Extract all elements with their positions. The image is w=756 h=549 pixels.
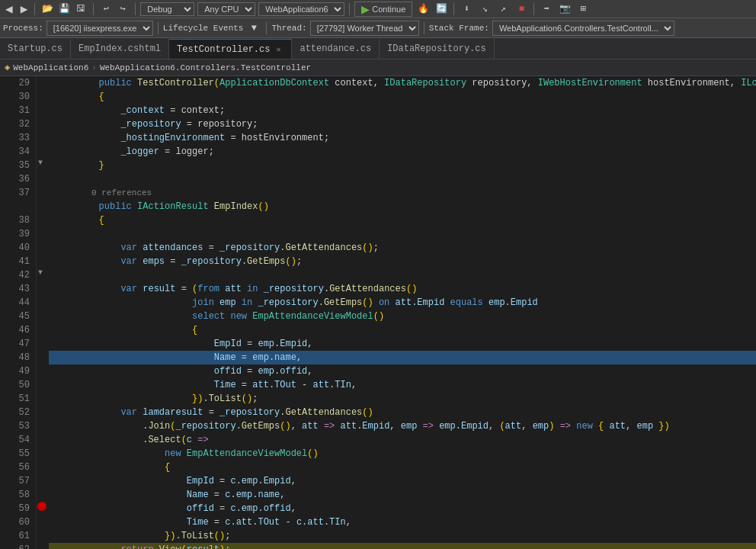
stop-icon[interactable]: ■ (514, 2, 529, 16)
lifecycle-label: Lifecycle Events (163, 24, 244, 33)
tab-empindex[interactable]: EmpIndex.cshtml (71, 39, 169, 59)
tab-attendance-label: attendance.cs (300, 43, 371, 54)
code-line-48: Name = emp.name, (49, 351, 756, 364)
nav-back-button[interactable]: ◀ (3, 2, 15, 17)
separator-proc (158, 22, 159, 34)
code-line-55: new EmpAttendanceViewModel() (49, 447, 756, 461)
ln-33: 33 (6, 131, 30, 145)
code-line-29: public TestController(ApplicationDbConte… (49, 76, 756, 90)
separator-stack (424, 22, 424, 34)
ln-40: 40 (6, 241, 30, 255)
ln-38: 38 (6, 214, 30, 227)
continue-button[interactable]: ▶ Continue (354, 2, 412, 17)
undo-icon[interactable]: ↩ (98, 2, 114, 16)
separator-6 (533, 3, 534, 15)
filter-icon[interactable]: ▼ (246, 21, 261, 35)
step-into-icon[interactable]: ↘ (477, 2, 492, 16)
tab-empindex-label: EmpIndex.cshtml (78, 43, 161, 54)
breadcrumb-class[interactable]: WebApplication6.Controllers.TestControll… (100, 63, 311, 72)
project-dropdown[interactable]: WebApplication6 (258, 2, 344, 16)
ln-34: 34 (6, 145, 30, 159)
ln-60: 60 (6, 515, 30, 529)
code-line-50: Time = att.TOut - att.TIn, (49, 378, 756, 392)
fire-icon[interactable]: 🔥 (415, 2, 431, 16)
ln-30: 30 (6, 90, 30, 104)
ln-37: 37 (6, 186, 30, 214)
tab-startup-label: Startup.cs (8, 43, 62, 54)
code-line-36 (49, 172, 756, 186)
ln-46: 46 (6, 323, 30, 337)
process-dropdown[interactable]: [16620] iisexpress.exe (46, 21, 153, 36)
step-out-icon[interactable]: ↗ (495, 2, 511, 16)
separator-2 (93, 3, 94, 15)
gutter: ▼ ▼ (37, 76, 49, 549)
code-line-44: join emp in _repository.GetEmps() on att… (49, 296, 756, 310)
ln-52: 52 (6, 406, 30, 419)
code-line-51: }).ToList(); (49, 392, 756, 406)
tab-testcontroller-close[interactable]: ✕ (273, 44, 284, 55)
separator-1 (34, 3, 35, 15)
code-line-37: public IActionResult EmpIndex() (49, 200, 756, 214)
separator-3 (135, 3, 136, 15)
code-content[interactable]: public TestController(ApplicationDbConte… (49, 76, 756, 549)
code-line-59: offid = c.emp.offid, (49, 502, 756, 515)
editor-scroll[interactable]: 29 30 31 32 33 34 35 36 37 38 39 40 41 4… (0, 76, 756, 549)
separator-thread (266, 22, 267, 34)
ln-62: 62 (6, 543, 30, 549)
undo-redo-icons: ↩ ↪ (98, 2, 130, 16)
tab-idatarepository[interactable]: IDataRepository.cs (380, 39, 495, 59)
ln-57: 57 (6, 474, 30, 488)
stack-frame-dropdown[interactable]: WebApplication6.Controllers.TestControll… (492, 21, 674, 36)
code-line-38: { (49, 214, 756, 227)
solution-label[interactable]: WebApplication6 (13, 63, 88, 72)
code-line-39 (49, 227, 756, 241)
ln-35: 35 (6, 159, 30, 172)
forward-nav-icon[interactable]: ➡ (539, 2, 554, 16)
breadcrumb-sep1: › (91, 63, 97, 72)
ln-45: 45 (6, 310, 30, 323)
code-line-41: var emps = _repository.GetEmps(); (49, 255, 756, 268)
save-icon[interactable]: 💾 (56, 2, 72, 16)
code-line-54: .Select(c => (49, 433, 756, 447)
line-numbers: 29 30 31 32 33 34 35 36 37 38 39 40 41 4… (0, 76, 37, 549)
tab-testcontroller[interactable]: TestController.cs ✕ (169, 39, 292, 59)
redo-icon[interactable]: ↪ (115, 2, 130, 16)
code-line-52: var lamdaresult = _repository.GetAttenda… (49, 406, 756, 419)
code-line-34: _logger = logger; (49, 145, 756, 159)
solution-bar: ◈ WebApplication6 › WebApplication6.Cont… (0, 59, 756, 76)
open-file-icon[interactable]: 📂 (40, 2, 55, 16)
ln-32: 32 (6, 117, 30, 131)
cpu-dropdown[interactable]: Any CPU x86 x64 (197, 2, 255, 16)
code-area: 29 30 31 32 33 34 35 36 37 38 39 40 41 4… (0, 76, 756, 549)
breakpoint-62[interactable] (37, 502, 46, 511)
nav-fwd-button[interactable]: ▶ (18, 2, 30, 17)
ln-49: 49 (6, 364, 30, 378)
code-line-58: Name = c.emp.name, (49, 488, 756, 502)
restart-icon[interactable]: 🔄 (434, 2, 449, 16)
code-line-45: select new EmpAttendanceViewModel() (49, 310, 756, 323)
camera-icon[interactable]: 📷 (557, 2, 572, 16)
ln-54: 54 (6, 433, 30, 447)
code-line-43: var result = (from att in _repository.Ge… (49, 282, 756, 296)
process-bar: Process: [16620] iisexpress.exe Lifecycl… (0, 18, 756, 38)
ln-47: 47 (6, 337, 30, 351)
tab-startup[interactable]: Startup.cs (0, 39, 71, 59)
save-all-icon[interactable]: 🖫 (73, 2, 88, 16)
code-line-32: _repository = repository; (49, 117, 756, 131)
tab-attendance[interactable]: attendance.cs (292, 39, 380, 59)
process-label: Process: (3, 24, 43, 33)
code-line-35: } (49, 159, 756, 172)
ln-48: 48 (6, 351, 30, 364)
step-over-icon[interactable]: ⬇ (459, 2, 474, 16)
thread-dropdown[interactable]: [27792] Worker Thread (310, 21, 419, 36)
collapse-37[interactable]: ▼ (38, 159, 43, 167)
code-line-47: EmpId = emp.Empid, (49, 337, 756, 351)
solution-icon: ◈ (5, 62, 10, 73)
refs-line-37: 0 references (49, 186, 756, 200)
separator-5 (453, 3, 454, 15)
debug-dropdown[interactable]: Debug Release (140, 2, 194, 16)
ln-42: 42 (6, 268, 30, 282)
grid-icon[interactable]: ⊞ (575, 2, 591, 16)
ln-36: 36 (6, 172, 30, 186)
collapse-45[interactable]: ▼ (38, 268, 43, 277)
